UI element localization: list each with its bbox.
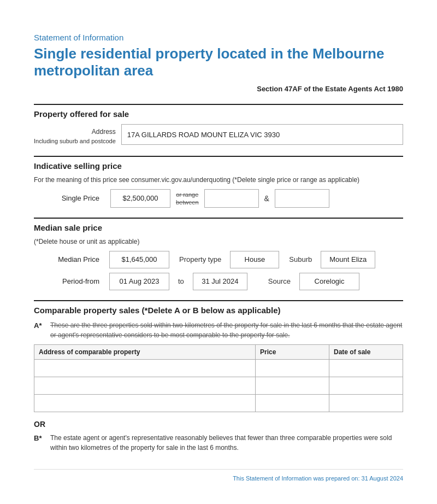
suburb-label: Suburb	[289, 255, 312, 263]
median-price-value: $1,645,000	[109, 251, 169, 268]
median-sale-note: (*Delete house or unit as applicable)	[34, 238, 403, 245]
indicative-price-note: For the meaning of this price see consum…	[34, 176, 403, 184]
a-star-row: A* These are the three properties sold w…	[34, 320, 403, 340]
section-ref: Section 47AF of the Estate Agents Act 19…	[34, 85, 403, 93]
suburb-value: Mount Eliza	[321, 251, 375, 268]
table-row	[34, 359, 403, 377]
comp-date-3	[329, 394, 403, 412]
table-row	[34, 394, 403, 412]
col-address: Address of comparable property	[34, 344, 256, 359]
period-from-label: Period-from	[34, 277, 105, 285]
median-price-label: Median Price	[34, 255, 105, 263]
median-row-2: Period-from 01 Aug 2023 to 31 Jul 2024 S…	[34, 273, 403, 290]
median-sale-heading: Median sale price	[34, 218, 403, 232]
median-row-1: Median Price $1,645,000 Property type Ho…	[34, 251, 403, 268]
comparable-table: Address of comparable property Price Dat…	[34, 344, 403, 412]
comp-price-3	[256, 394, 329, 412]
main-title: Single residential property located in t…	[34, 45, 403, 79]
a-star-label: A*	[34, 320, 50, 330]
property-offered-heading: Property offered for sale	[34, 104, 403, 119]
address-field-row: Address Including suburb and postcode 17…	[34, 124, 403, 146]
or-divider: OR	[34, 420, 403, 429]
comp-address-2	[34, 377, 256, 394]
ampersand: &	[264, 194, 269, 203]
statement-label: Statement of Information	[34, 33, 403, 42]
address-value: 17A GILLARDS ROAD MOUNT ELIZA VIC 3930	[121, 124, 403, 145]
price-row: Single Price $2,500,000 or range between…	[34, 189, 403, 208]
col-price: Price	[256, 344, 329, 359]
a-star-text: These are the three properties sold with…	[50, 320, 403, 340]
table-row	[34, 377, 403, 394]
address-label: Address Including suburb and postcode	[34, 124, 121, 146]
comp-date-2	[329, 377, 403, 394]
source-value: Corelogic	[299, 273, 359, 290]
source-label: Source	[268, 277, 291, 285]
b-star-text: The estate agent or agent's representati…	[50, 433, 403, 453]
to-label: to	[178, 277, 184, 285]
comp-price-2	[256, 377, 329, 394]
comp-address-1	[34, 359, 256, 377]
single-price-value: $2,500,000	[110, 189, 170, 208]
or-range-label: or range between	[176, 191, 199, 207]
col-date: Date of sale	[329, 344, 403, 359]
comp-address-3	[34, 394, 256, 412]
footer-note: This Statement of Information was prepar…	[34, 469, 403, 482]
table-header-row: Address of comparable property Price Dat…	[34, 344, 403, 359]
comp-date-1	[329, 359, 403, 377]
comp-price-1	[256, 359, 329, 377]
property-type-label: Property type	[179, 255, 221, 263]
single-price-label: Single Price	[39, 194, 105, 202]
property-type-value: House	[230, 251, 279, 268]
address-sublabel: Including suburb and postcode	[34, 138, 116, 144]
indicative-price-heading: Indicative selling price	[34, 156, 403, 171]
comparable-table-section: Address of comparable property Price Dat…	[34, 344, 403, 412]
b-star-row: B* The estate agent or agent's represent…	[34, 433, 403, 453]
range-from-value	[204, 189, 259, 208]
period-to-value: 31 Jul 2024	[193, 273, 247, 290]
comparable-sales-heading: Comparable property sales (*Delete A or …	[34, 300, 403, 315]
period-from-value: 01 Aug 2023	[109, 273, 169, 290]
range-to-value	[275, 189, 329, 208]
b-star-label: B*	[34, 433, 50, 442]
